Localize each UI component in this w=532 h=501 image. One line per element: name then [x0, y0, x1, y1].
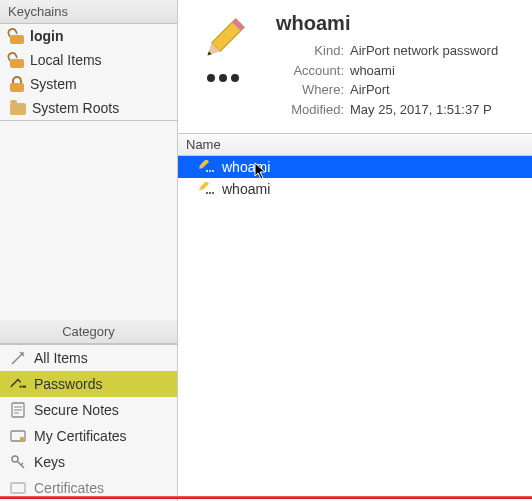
cert-icon	[10, 480, 26, 496]
keychain-item-label: login	[30, 28, 63, 44]
lock-open-icon	[10, 28, 24, 44]
keychain-item-local-items[interactable]: Local Items	[0, 48, 177, 72]
sidebar-spacer	[0, 121, 177, 320]
meta-modified: Modified: May 25, 2017, 1:51:37 P	[276, 100, 498, 120]
key-icon	[10, 454, 26, 470]
password-icon	[196, 182, 214, 196]
meta-label: Modified:	[276, 100, 344, 120]
item-detail: whoami Kind: AirPort network password Ac…	[178, 0, 532, 134]
svg-point-1	[20, 386, 22, 388]
key-dots-icon	[10, 376, 26, 392]
svg-point-22	[212, 192, 214, 194]
keychains-list: login Local Items System System Roots	[0, 24, 177, 121]
column-header-name[interactable]: Name	[178, 134, 532, 156]
category-item-label: My Certificates	[34, 428, 127, 444]
keychain-item-login[interactable]: login	[0, 24, 177, 48]
lock-open-icon	[10, 52, 24, 68]
svg-point-17	[212, 170, 214, 172]
category-item-secure-notes[interactable]: Secure Notes	[0, 397, 177, 423]
progress-bar	[0, 496, 532, 499]
main-pane: whoami Kind: AirPort network password Ac…	[178, 0, 532, 501]
meta-label: Account:	[276, 61, 344, 81]
category-item-my-certificates[interactable]: My Certificates	[0, 423, 177, 449]
category-list: All Items Passwords Secure Notes My Cert…	[0, 344, 177, 501]
category-item-all-items[interactable]: All Items	[0, 345, 177, 371]
svg-point-16	[209, 170, 211, 172]
category-item-label: Secure Notes	[34, 402, 119, 418]
password-icon	[196, 160, 214, 174]
password-icon	[188, 12, 258, 82]
keychains-header: Keychains	[0, 0, 177, 24]
sidebar: Keychains login Local Items System Syste…	[0, 0, 178, 501]
svg-point-6	[20, 437, 25, 442]
svg-point-21	[209, 192, 211, 194]
meta-where: Where: AirPort	[276, 80, 498, 100]
item-list: Name whoami	[178, 134, 532, 501]
keychain-item-label: Local Items	[30, 52, 102, 68]
item-meta: whoami Kind: AirPort network password Ac…	[276, 12, 498, 119]
meta-label: Where:	[276, 80, 344, 100]
svg-point-20	[206, 192, 208, 194]
category-item-label: Keys	[34, 454, 65, 470]
list-item[interactable]: whoami	[178, 178, 532, 200]
category-item-label: Passwords	[34, 376, 102, 392]
keychain-item-label: System Roots	[32, 100, 119, 116]
item-title: whoami	[276, 12, 498, 35]
category-item-keys[interactable]: Keys	[0, 449, 177, 475]
list-rows: whoami wh	[178, 156, 532, 501]
note-icon	[10, 402, 26, 418]
svg-point-0	[22, 352, 24, 354]
meta-account: Account: whoami	[276, 61, 498, 81]
category-item-label: All Items	[34, 350, 88, 366]
svg-point-3	[24, 386, 26, 388]
wand-icon	[10, 350, 26, 366]
badge-icon	[10, 428, 26, 444]
meta-value: May 25, 2017, 1:51:37 P	[350, 100, 492, 120]
keychain-item-system-roots[interactable]: System Roots	[0, 96, 177, 120]
dots-icon	[207, 74, 239, 82]
keychain-item-system[interactable]: System	[0, 72, 177, 96]
meta-label: Kind:	[276, 41, 344, 61]
meta-kind: Kind: AirPort network password	[276, 41, 498, 61]
category-item-label: Certificates	[34, 480, 104, 496]
folder-icon	[10, 103, 26, 115]
meta-value: AirPort	[350, 80, 390, 100]
svg-rect-8	[11, 483, 25, 493]
meta-value: AirPort network password	[350, 41, 498, 61]
list-item[interactable]: whoami	[178, 156, 532, 178]
lock-icon	[10, 76, 24, 92]
meta-value: whoami	[350, 61, 395, 81]
list-item-name: whoami	[222, 181, 270, 197]
list-item-name: whoami	[222, 159, 270, 175]
svg-point-15	[206, 170, 208, 172]
keychain-item-label: System	[30, 76, 77, 92]
category-header: Category	[0, 320, 177, 344]
category-item-passwords[interactable]: Passwords	[0, 371, 177, 397]
